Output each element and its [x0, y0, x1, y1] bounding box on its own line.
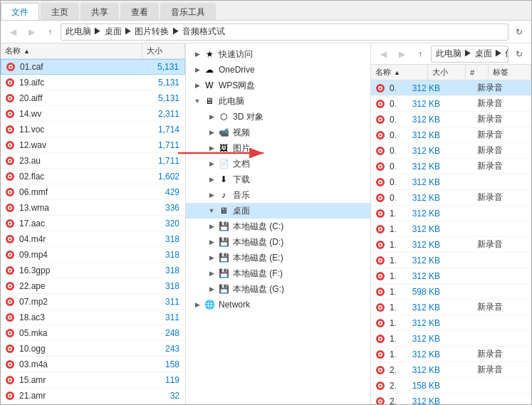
left-file-row[interactable]: 19.aifc5,131 — [1, 75, 185, 90]
right-file-name: 02.mp3 — [390, 99, 396, 109]
right-file-row[interactable]: 16.mp3312 KB新录音 — [371, 300, 531, 315]
left-file-row[interactable]: 23.au1,711 — [1, 153, 185, 169]
left-file-row[interactable]: 10.ogg243 — [1, 341, 185, 357]
svg-point-2 — [10, 66, 12, 68]
left-file-row[interactable]: 04.m4r318 — [1, 231, 185, 247]
left-breadcrumb[interactable]: 此电脑 ▶ 桌面 ▶ 图片转换 ▶ 音频格式试 — [61, 23, 508, 41]
right-col-num[interactable]: # — [466, 65, 489, 80]
nav-item-thispc[interactable]: ▼🖥此电脑 — [186, 93, 370, 109]
left-file-row[interactable]: 07.mp2311 — [1, 294, 185, 310]
right-file-row[interactable]: 10.mp3312 KB — [371, 206, 531, 221]
nav-item-dl[interactable]: ▶⬇下载 — [186, 172, 370, 187]
left-file-size: 2,311 — [142, 109, 185, 119]
left-file-row[interactable]: 12.wav1,711 — [1, 137, 185, 153]
nav-item-localg[interactable]: ▶💾本地磁盘 (G:) — [186, 281, 370, 297]
right-col-size[interactable]: 大小 — [428, 65, 466, 80]
left-file-size: 5,131 — [142, 62, 184, 72]
left-file-row[interactable]: 01.caf5,131 — [1, 59, 185, 75]
right-file-size: 312 KB — [396, 256, 446, 265]
nav-item-network[interactable]: ▶🌐Network — [186, 297, 370, 312]
nav-item-quick[interactable]: ▶★快速访问 — [186, 46, 370, 62]
left-file-row[interactable]: 09.mp4318 — [1, 247, 185, 263]
left-file-size: 243 — [142, 344, 185, 354]
left-col-name-header[interactable]: 名称 ▲ — [1, 43, 142, 59]
tab-view[interactable]: 查看 — [120, 3, 159, 20]
left-file-size: 1,714 — [142, 125, 185, 135]
nav-item-video[interactable]: ▶📹视频 — [186, 125, 370, 140]
back-button[interactable]: ◀ — [5, 24, 21, 40]
svg-point-116 — [380, 337, 382, 340]
right-refresh-button[interactable]: ↻ — [511, 46, 527, 62]
nav-item-locald[interactable]: ▶💾本地磁盘 (D:) — [186, 234, 370, 250]
right-file-row[interactable]: 01.mp3312 KB新录音 — [371, 80, 531, 96]
right-file-row[interactable]: 09.mp3312 KB新录音 — [371, 190, 531, 206]
left-file-name: 20.aiff — [19, 93, 142, 103]
tab-home[interactable]: 主页 — [41, 3, 79, 20]
left-file-row[interactable]: 14.wv2,311 — [1, 106, 185, 122]
left-file-row[interactable]: 16.3gpp318 — [1, 263, 185, 278]
right-file-row[interactable]: 21.mp3158 KB — [371, 378, 531, 394]
left-file-row[interactable]: 13.wma336 — [1, 200, 185, 216]
left-file-row[interactable]: 18.ac3311 — [1, 310, 185, 325]
mp3-file-icon — [374, 285, 387, 298]
right-file-row[interactable]: 02.mp3312 KB新录音 — [371, 96, 531, 112]
right-col-name[interactable]: 名称 ▲ — [371, 65, 428, 80]
nav-item-docs[interactable]: ▶📄文档 — [186, 156, 370, 172]
up-button[interactable]: ↑ — [42, 24, 58, 40]
right-file-row[interactable]: 06.mp3312 KB新录音 — [371, 159, 531, 174]
network-icon: 🌐 — [203, 298, 216, 311]
nav-item-localf[interactable]: ▶💾本地磁盘 (F:) — [186, 265, 370, 281]
right-file-row[interactable]: 17.mp3312 KB — [371, 315, 531, 331]
right-file-row[interactable]: 05.mp3312 KB新录音 — [371, 143, 531, 159]
left-file-row[interactable]: 05.mka248 — [1, 325, 185, 341]
nav-item-3d[interactable]: ▶⬡3D 对象 — [186, 109, 370, 125]
left-file-row[interactable]: 20.aiff5,131 — [1, 90, 185, 106]
right-file-row[interactable]: 19.mp3312 KB新录音 — [371, 347, 531, 362]
svg-point-86 — [380, 181, 382, 183]
right-file-row[interactable]: 15.mp3598 KB — [371, 284, 531, 300]
left-file-name: 22.ape — [19, 281, 142, 291]
expand-icon: ▶ — [206, 127, 217, 138]
left-file-row[interactable]: 03.m4a158 — [1, 357, 185, 372]
right-col-tag[interactable]: 标签 — [489, 65, 531, 80]
left-file-row[interactable]: 22.ape318 — [1, 278, 185, 294]
nav-item-picture[interactable]: ▶🖼图片 — [186, 140, 370, 156]
left-file-row[interactable]: 11.voc1,714 — [1, 122, 185, 137]
right-file-row[interactable]: 20.mp3312 KB新录音 — [371, 362, 531, 378]
right-file-row[interactable]: 11.mp3312 KB — [371, 221, 531, 237]
right-breadcrumb[interactable]: 此电脑 ▶ 桌面 ▶ 优速音频处理器 — [431, 46, 508, 63]
nav-item-music[interactable]: ▶♪音乐 — [186, 187, 370, 203]
left-file-row[interactable]: 02.flac1,602 — [1, 169, 185, 184]
right-file-row[interactable]: 03.mp3312 KB新录音 — [371, 112, 531, 127]
tab-music-tool[interactable]: 音乐工具 — [160, 3, 216, 20]
right-file-row[interactable]: 18.mp3312 KB — [371, 331, 531, 347]
nav-item-desktop[interactable]: ▼🖥桌面 — [186, 203, 370, 219]
refresh-button[interactable]: ↻ — [511, 24, 527, 40]
nav-item-wps[interactable]: ▶WWPS网盘 — [186, 78, 370, 93]
tab-share[interactable]: 共享 — [80, 3, 119, 20]
right-file-row[interactable]: 04.mp3312 KB新录音 — [371, 127, 531, 143]
nav-item-locale[interactable]: ▶💾本地磁盘 (E:) — [186, 250, 370, 265]
tab-file[interactable]: 文件 — [1, 3, 39, 20]
audio-file-icon — [4, 217, 16, 230]
left-col-size-header[interactable]: 大小 — [142, 43, 185, 59]
right-back-button[interactable]: ◀ — [375, 46, 391, 62]
right-file-row[interactable]: 07.mp3312 KB — [371, 174, 531, 190]
left-file-row[interactable]: 15.amr119 — [1, 372, 185, 388]
svg-point-29 — [9, 206, 11, 209]
mp3-file-icon — [374, 82, 387, 95]
right-file-row[interactable]: 22.mp3312 KB — [371, 394, 531, 404]
left-file-row[interactable]: 17.aac320 — [1, 216, 185, 231]
right-file-row[interactable]: 12.mp3312 KB新录音 — [371, 237, 531, 253]
left-file-size: 320 — [142, 219, 185, 228]
nav-item-localc[interactable]: ▶💾本地磁盘 (C:) — [186, 219, 370, 234]
nav-item-onedrive[interactable]: ▶☁OneDrive — [186, 62, 370, 78]
right-file-row[interactable]: 13.mp3312 KB — [371, 253, 531, 268]
right-up-button[interactable]: ↑ — [412, 46, 428, 62]
svg-point-53 — [9, 332, 11, 334]
right-file-row[interactable]: 14.mp3312 KB — [371, 268, 531, 284]
left-file-row[interactable]: 21.amr32 — [1, 388, 185, 404]
left-file-row[interactable]: 06.mmf429 — [1, 184, 185, 200]
forward-button[interactable]: ▶ — [24, 24, 39, 40]
right-forward-button[interactable]: ▶ — [394, 46, 410, 62]
